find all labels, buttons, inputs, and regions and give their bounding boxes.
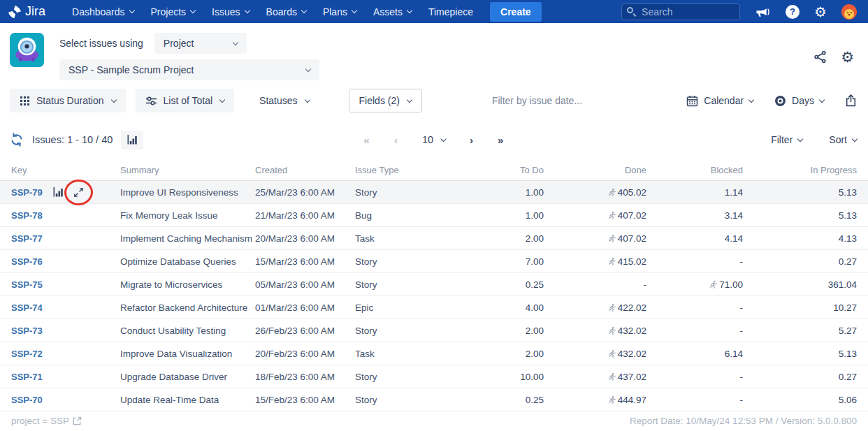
table-row: SSP-70Update Real-Time Data15/Feb/23 6:0…: [0, 388, 868, 411]
sort-button[interactable]: Sort: [829, 134, 857, 145]
issue-key-link[interactable]: SSP-75: [11, 279, 43, 290]
statuses-button[interactable]: Statuses: [249, 89, 319, 112]
inprogress-cell: 361.04: [743, 273, 868, 296]
bar-chart-icon[interactable]: [52, 187, 64, 197]
chevron-down-icon: [129, 8, 134, 13]
issue-type-cell: Story: [355, 181, 440, 204]
view-mode-button[interactable]: List of Total: [136, 89, 235, 112]
inprogress-cell: 5.27: [743, 319, 868, 342]
created-cell: 20/Feb/23 6:00 AM: [255, 342, 355, 365]
issue-type-cell: Story: [355, 365, 440, 388]
blocked-cell: -: [646, 365, 743, 388]
issue-key-link[interactable]: SSP-73: [11, 326, 43, 336]
chevron-down-icon: [244, 8, 249, 13]
first-page-button[interactable]: «: [364, 134, 370, 146]
table-row: SSP-74Refactor Backend Architecture01/Ma…: [0, 296, 868, 319]
grid-icon: [20, 96, 30, 106]
fields-button[interactable]: Fields (2): [349, 89, 422, 112]
report-type-button[interactable]: Status Duration: [10, 89, 126, 112]
chart-view-button[interactable]: [121, 131, 143, 149]
next-page-button[interactable]: ›: [470, 134, 474, 146]
blocked-cell: -: [646, 250, 743, 273]
created-cell: 15/Feb/23 6:00 AM: [255, 388, 355, 411]
nav-item-dashboards[interactable]: Dashboards: [64, 1, 143, 22]
key-cell: SSP-73: [0, 319, 120, 342]
column-header-in-progress: In Progress: [743, 160, 868, 181]
jql-link[interactable]: project = SSP: [11, 416, 82, 426]
blocked-cell: -: [646, 388, 743, 411]
fields-label: Fields (2): [359, 95, 400, 106]
summary-cell: Improve UI Responsiveness: [120, 181, 255, 204]
blocked-cell: -: [646, 296, 743, 319]
nav-item-timepiece[interactable]: Timepiece: [420, 1, 482, 22]
nav-item-label: Projects: [151, 6, 187, 17]
nav-item-assets[interactable]: Assets: [365, 1, 420, 22]
inprogress-cell: 0.27: [743, 250, 868, 273]
export-icon[interactable]: [845, 94, 857, 107]
refresh-icon[interactable]: [10, 133, 24, 147]
create-button[interactable]: Create: [490, 2, 542, 22]
calendar-button[interactable]: Calendar: [686, 95, 753, 107]
megaphone-icon[interactable]: [755, 5, 771, 19]
issue-key-link[interactable]: SSP-77: [11, 233, 43, 244]
done-cell: 405.02: [544, 181, 646, 204]
key-cell: SSP-78: [0, 204, 120, 227]
key-cell: SSP-79: [0, 181, 120, 204]
issue-key-link[interactable]: SSP-74: [11, 302, 43, 313]
column-header-done: Done: [544, 160, 646, 181]
issue-source-select[interactable]: Project: [154, 33, 247, 54]
search-input[interactable]: [621, 3, 740, 20]
summary-cell: Improve Data Visualization: [120, 342, 255, 365]
table-row: SSP-75Migrate to Microservices05/Mar/23 …: [0, 273, 868, 296]
brand-text: Jira: [25, 4, 45, 19]
prev-page-button[interactable]: ‹: [394, 134, 398, 146]
nav-item-boards[interactable]: Boards: [258, 1, 314, 22]
summary-cell: Update Real-Time Data: [120, 388, 255, 411]
done-cell: 432.02: [544, 319, 646, 342]
runner-icon: [607, 326, 618, 336]
issue-date-filter[interactable]: Filter by issue date...: [492, 95, 582, 106]
nav-item-projects[interactable]: Projects: [143, 1, 204, 22]
share-icon[interactable]: [813, 50, 827, 64]
last-page-button[interactable]: »: [498, 134, 504, 146]
top-nav: Jira DashboardsProjectsIssuesBoardsPlans…: [0, 0, 868, 23]
project-select[interactable]: SSP - Sample Scrum Project: [59, 59, 319, 80]
select-issues-label: Select issues using: [59, 38, 143, 49]
page-size-select[interactable]: 10: [422, 134, 446, 145]
issue-type-cell: Task: [355, 227, 440, 250]
app-logo-icon: [10, 33, 44, 67]
todo-cell: 1.00: [440, 181, 544, 204]
avatar[interactable]: [841, 4, 857, 20]
jira-logo[interactable]: Jira: [7, 4, 45, 20]
todo-cell: 2.00: [440, 227, 544, 250]
summary-cell: Implement Caching Mechanism: [120, 227, 255, 250]
table-row: SSP-77Implement Caching Mechanism20/Mar/…: [0, 227, 868, 250]
chevron-down-icon: [441, 136, 447, 141]
issue-type-cell: Epic: [355, 296, 440, 319]
issue-key-link[interactable]: SSP-79: [11, 187, 43, 198]
created-cell: 05/Mar/23 6:00 AM: [255, 273, 355, 296]
issue-key-link[interactable]: SSP-70: [11, 395, 43, 405]
chevron-down-icon: [852, 136, 858, 141]
done-cell: 415.02: [544, 250, 646, 273]
issue-key-link[interactable]: SSP-78: [11, 210, 43, 221]
help-icon[interactable]: ?: [786, 5, 800, 19]
settings-gear-icon[interactable]: [841, 50, 854, 64]
sort-label: Sort: [829, 134, 847, 145]
page-size-value: 10: [422, 134, 433, 145]
table-row: SSP-72Improve Data Visualization20/Feb/2…: [0, 342, 868, 365]
runner-icon: [709, 279, 719, 290]
pagination: « ‹ 10 › »: [364, 134, 505, 146]
issue-key-link[interactable]: SSP-76: [11, 256, 43, 267]
issue-key-link[interactable]: SSP-71: [11, 372, 43, 382]
nav-item-plans[interactable]: Plans: [314, 1, 365, 22]
unit-button[interactable]: Days: [774, 95, 824, 107]
jql-text: project = SSP: [11, 416, 69, 426]
expand-icon[interactable]: [73, 187, 84, 198]
gear-icon[interactable]: [814, 5, 827, 19]
nav-item-issues[interactable]: Issues: [203, 1, 257, 22]
issue-key-link[interactable]: SSP-72: [11, 349, 43, 359]
done-cell: 422.02: [544, 296, 646, 319]
filter-button[interactable]: Filter: [771, 134, 802, 145]
todo-cell: 0.25: [440, 273, 544, 296]
